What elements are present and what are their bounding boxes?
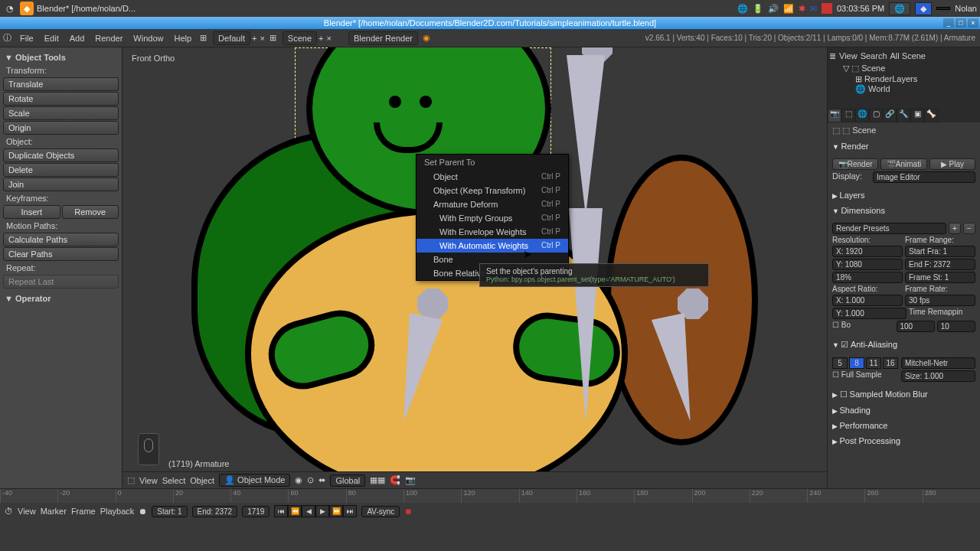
snap-icon[interactable]: 🧲: [390, 475, 400, 485]
parent-object-keep[interactable]: Object (Keep Transform)Ctrl P: [416, 184, 568, 197]
aspect-x-field[interactable]: X: 1.000: [832, 295, 903, 306]
aa-samples[interactable]: 581116: [832, 357, 899, 369]
outliner-filter[interactable]: All Scene: [890, 51, 926, 60]
play-reverse-icon[interactable]: ◀: [302, 505, 315, 517]
tab-world[interactable]: 🌐: [855, 109, 869, 122]
menu-render[interactable]: Render: [90, 31, 128, 45]
shading-panel-header[interactable]: Shading: [828, 403, 980, 418]
layout-prev-icon[interactable]: ⊞: [197, 33, 210, 43]
current-frame-field[interactable]: 1719: [242, 506, 270, 517]
tab-data[interactable]: ▣: [910, 109, 924, 122]
parent-empty-groups[interactable]: With Empty GroupsCtrl P: [416, 211, 568, 225]
mail-icon[interactable]: ✉: [810, 4, 817, 14]
tl-frame-menu[interactable]: Frame: [71, 507, 96, 516]
render-presets-dropdown[interactable]: Render Presets: [832, 223, 946, 234]
layout-del-icon[interactable]: ×: [258, 34, 266, 43]
close-button[interactable]: ×: [968, 18, 978, 28]
display-dropdown[interactable]: Image Editor: [873, 171, 975, 183]
parent-automatic-weights[interactable]: With Automatic WeightsCtrl P: [416, 239, 568, 253]
outliner-scene[interactable]: ▽ ⬚ Scene: [829, 63, 978, 74]
rotate-button[interactable]: Rotate: [3, 92, 119, 106]
wifi-icon[interactable]: 📶: [783, 4, 794, 14]
frame-step-field[interactable]: Frame St: 1: [905, 272, 975, 283]
tl-playback-menu[interactable]: Playback: [100, 507, 135, 516]
task-term[interactable]: [936, 7, 950, 10]
outliner-view[interactable]: View: [839, 51, 858, 60]
outliner-renderlayers[interactable]: ⊞ RenderLayers: [829, 74, 978, 84]
layers-panel-header[interactable]: Layers: [828, 187, 980, 203]
menu-file[interactable]: File: [15, 31, 39, 45]
next-keyframe-icon[interactable]: ⏩: [329, 505, 343, 517]
task-chrome[interactable]: 🌐: [889, 2, 910, 15]
scene-add-icon[interactable]: +: [317, 34, 325, 43]
preset-del-icon[interactable]: −: [963, 223, 975, 234]
clock[interactable]: 03:03:56 PM: [837, 4, 884, 13]
preset-add-icon[interactable]: +: [949, 223, 961, 234]
outliner[interactable]: ≣ View Search All Scene ▽ ⬚ Scene ⊞ Rend…: [828, 47, 980, 109]
scene-dropdown[interactable]: Scene: [283, 31, 317, 45]
username[interactable]: Nolan: [955, 4, 977, 13]
update-icon[interactable]: ✱: [799, 4, 805, 14]
vp-view-menu[interactable]: View: [139, 476, 158, 485]
aspect-y-field[interactable]: Y: 1.000: [832, 308, 906, 319]
menu-add[interactable]: Add: [64, 31, 90, 45]
res-x-field[interactable]: X: 1920: [832, 246, 903, 257]
join-button[interactable]: Join: [3, 178, 119, 191]
duplicate-button[interactable]: Duplicate Objects: [3, 148, 119, 162]
play-button[interactable]: ▶ Play: [929, 158, 975, 170]
performance-panel-header[interactable]: Performance: [828, 418, 980, 433]
tl-marker-menu[interactable]: Marker: [41, 507, 67, 516]
border-checkbox[interactable]: ☐ Bo: [832, 321, 894, 332]
frame-start-field[interactable]: Start Fra: 1: [905, 246, 975, 257]
full-sample-checkbox[interactable]: ☐ Full Sample: [832, 370, 899, 382]
minimize-button[interactable]: _: [943, 18, 954, 28]
engine-dropdown[interactable]: Blender Render: [348, 31, 418, 45]
play-icon[interactable]: ▶: [315, 505, 329, 517]
tl-view-menu[interactable]: View: [18, 507, 36, 516]
range-icon[interactable]: ⏺: [139, 507, 147, 516]
volume-icon[interactable]: 🔊: [768, 4, 779, 14]
aa-filter-dropdown[interactable]: Mitchell-Netr: [901, 357, 975, 369]
smb-panel-header[interactable]: ☐ Sampled Motion Blur: [828, 386, 980, 403]
start-frame-field[interactable]: Start: 1: [152, 506, 187, 517]
calculate-paths-button[interactable]: Calculate Paths: [3, 233, 119, 246]
scene-browse-icon[interactable]: ⊞: [266, 33, 279, 43]
menu-edit[interactable]: Edit: [39, 31, 64, 45]
aa-panel-header[interactable]: ☑ Anti-Aliasing: [828, 337, 980, 353]
timeline-ruler[interactable]: -40 -20 0 20 40 60 80 100 120 140 160 18…: [0, 489, 980, 503]
properties-tabs[interactable]: 📷 ⬚ 🌐 ▢ 🔗 🔧 ▣ 🦴: [828, 109, 980, 122]
scene-del-icon[interactable]: ×: [325, 34, 332, 43]
scale-button[interactable]: Scale: [3, 106, 119, 120]
repeat-last-button[interactable]: Repeat Last: [3, 275, 119, 289]
outliner-type-icon[interactable]: ≣: [829, 51, 836, 61]
prev-keyframe-icon[interactable]: ⏪: [288, 505, 302, 517]
orientation-dropdown[interactable]: Global: [330, 474, 365, 487]
task-blender[interactable]: ◆: [915, 2, 932, 15]
tab-object[interactable]: ▢: [869, 109, 883, 122]
jump-start-icon[interactable]: ⏮: [274, 505, 288, 517]
origin-button[interactable]: Origin: [3, 121, 119, 135]
autokey-icon[interactable]: ⏺: [404, 507, 413, 516]
mode-dropdown[interactable]: 👤 Object Mode: [219, 474, 290, 487]
editor-type-icon[interactable]: ⬚: [127, 475, 135, 485]
remap-old-field[interactable]: 100: [897, 321, 935, 332]
layers-widget[interactable]: ▦▦: [370, 475, 385, 485]
sync-dropdown[interactable]: AV-sync: [361, 506, 400, 517]
filter-size-field[interactable]: Size: 1.000: [901, 370, 975, 382]
remap-new-field[interactable]: 10: [937, 321, 975, 332]
delete-button[interactable]: Delete: [3, 163, 119, 177]
maximize-button[interactable]: □: [956, 18, 966, 28]
parent-envelope-weights[interactable]: With Envelope WeightsCtrl P: [416, 225, 568, 239]
res-y-field[interactable]: Y: 1080: [832, 259, 903, 270]
tab-constraints[interactable]: 🔗: [883, 109, 897, 122]
clear-paths-button[interactable]: Clear Paths: [3, 247, 119, 261]
frame-end-field[interactable]: End F: 2372: [905, 259, 975, 270]
shading-icon[interactable]: ◉: [295, 475, 302, 485]
render-preview-icon[interactable]: 📷: [405, 475, 416, 485]
manipulator-icon[interactable]: ⬌: [318, 475, 325, 485]
battery-icon[interactable]: 🔋: [753, 4, 763, 14]
insert-keyframe-button[interactable]: Insert: [3, 205, 60, 219]
fps-dropdown[interactable]: 30 fps: [905, 295, 975, 306]
outliner-search[interactable]: Search: [861, 51, 887, 60]
chrome-icon[interactable]: 🌐: [737, 4, 748, 14]
